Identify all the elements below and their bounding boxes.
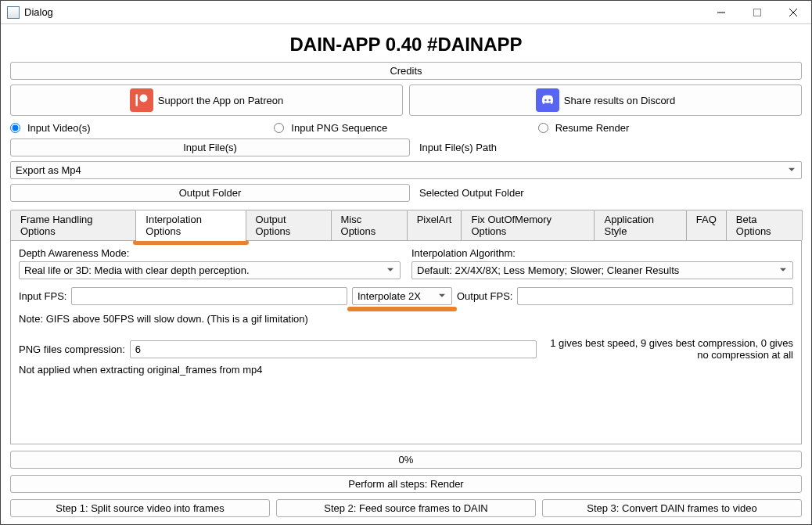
tab-interpolation-label: Interpolation Options: [146, 214, 202, 237]
interpolate-mult-value: Interpolate 2X: [357, 290, 421, 302]
input-fps-label: Input FPS:: [19, 290, 66, 302]
step2-button[interactable]: Step 2: Feed source frames to DAIN: [276, 499, 536, 517]
png-compression-label: PNG files compression:: [19, 343, 125, 355]
maximize-icon: [753, 9, 761, 16]
interp-algo-label: Interpolation Algorithm:: [411, 247, 793, 259]
svg-rect-0: [754, 9, 761, 16]
output-fps-field[interactable]: [517, 287, 793, 305]
png-note: Not applied when extracting original_fra…: [19, 364, 793, 376]
export-select[interactable]: Export as Mp4: [10, 161, 802, 179]
close-icon: [789, 9, 797, 16]
tab-frame-handling[interactable]: Frame Handling Options: [10, 210, 136, 240]
tab-panel-interpolation: Depth Awareness Mode: Real life or 3D: M…: [10, 241, 802, 444]
svg-point-1: [139, 95, 147, 102]
tab-beta[interactable]: Beta Options: [726, 210, 803, 240]
close-button[interactable]: [775, 1, 811, 24]
tab-pixelart[interactable]: PixelArt: [407, 210, 462, 240]
discord-label: Share results on Discord: [564, 95, 675, 106]
interp-algo-value: Default: 2X/4X/8X; Less Memory; Slower; …: [417, 264, 679, 276]
maximize-button[interactable]: [739, 1, 775, 24]
titlebar: Dialog: [1, 1, 811, 24]
tab-faq[interactable]: FAQ: [686, 210, 727, 240]
output-fps-label: Output FPS:: [457, 290, 513, 302]
credits-button[interactable]: Credits: [10, 62, 802, 80]
step1-button[interactable]: Step 1: Split source video into frames: [10, 499, 270, 517]
app-title: DAIN-APP 0.40 #DAINAPP: [10, 34, 802, 56]
interp-algo-select[interactable]: Default: 2X/4X/8X; Less Memory; Slower; …: [411, 261, 793, 279]
radio-input-videos-label: Input Video(s): [27, 122, 91, 134]
png-compression-field[interactable]: [130, 340, 537, 358]
patreon-label: Support the App on Patreon: [158, 95, 283, 106]
png-compression-hint: 1 gives best speed, 9 gives best compres…: [541, 337, 793, 361]
svg-point-3: [544, 99, 547, 102]
radio-resume-render-label: Resume Render: [555, 122, 630, 134]
tab-oom[interactable]: Fix OutOfMemory Options: [461, 210, 595, 240]
depth-mode-select[interactable]: Real life or 3D: Media with clear depth …: [19, 261, 401, 279]
patreon-icon: [130, 88, 153, 112]
tab-misc[interactable]: Misc Options: [331, 210, 408, 240]
depth-mode-value: Real life or 3D: Media with clear depth …: [24, 264, 250, 276]
svg-point-4: [548, 99, 551, 102]
radio-input-videos[interactable]: Input Video(s): [10, 122, 274, 134]
discord-icon: [536, 88, 559, 112]
radio-input-videos-input[interactable]: [10, 123, 20, 133]
radio-input-png-label: Input PNG Sequence: [291, 122, 387, 134]
input-fps-field[interactable]: [71, 287, 347, 305]
minimize-icon: [717, 9, 725, 16]
highlight-marker: [133, 240, 248, 245]
content-area: DAIN-APP 0.40 #DAINAPP Credits Support t…: [1, 24, 811, 523]
progress-label: 0%: [399, 454, 414, 466]
radio-resume-render-input[interactable]: [538, 123, 548, 133]
radio-input-png[interactable]: Input PNG Sequence: [274, 122, 537, 134]
perform-all-button[interactable]: Perform all steps: Render: [10, 475, 802, 493]
export-select-value: Export as Mp4: [16, 164, 81, 176]
tab-interpolation[interactable]: Interpolation Options: [135, 210, 246, 240]
step3-button[interactable]: Step 3: Convert DAIN frames to video: [542, 499, 802, 517]
gif-note: Note: GIFS above 50FPS will slow down. (…: [19, 313, 793, 325]
window-icon: [7, 6, 20, 19]
tab-output[interactable]: Output Options: [246, 210, 332, 240]
input-files-path-label: Input File(s) Path: [416, 138, 802, 156]
tab-bar: Frame Handling Options Interpolation Opt…: [10, 210, 802, 241]
tab-style[interactable]: Application Style: [594, 210, 686, 240]
depth-mode-label: Depth Awareness Mode:: [19, 247, 401, 259]
patreon-button[interactable]: Support the App on Patreon: [10, 85, 403, 116]
input-files-button[interactable]: Input File(s): [10, 138, 410, 156]
minimize-button[interactable]: [703, 1, 739, 24]
interpolate-mult-select[interactable]: Interpolate 2X: [352, 287, 452, 305]
svg-rect-2: [135, 95, 138, 106]
selected-output-folder-label: Selected Output Folder: [416, 184, 802, 202]
highlight-marker: [347, 307, 457, 311]
radio-input-png-input[interactable]: [274, 123, 284, 133]
progress-bar: 0%: [10, 451, 802, 469]
window-title: Dialog: [24, 6, 703, 18]
output-folder-button[interactable]: Output Folder: [10, 184, 410, 202]
discord-button[interactable]: Share results on Discord: [409, 85, 802, 116]
radio-resume-render[interactable]: Resume Render: [538, 122, 802, 134]
